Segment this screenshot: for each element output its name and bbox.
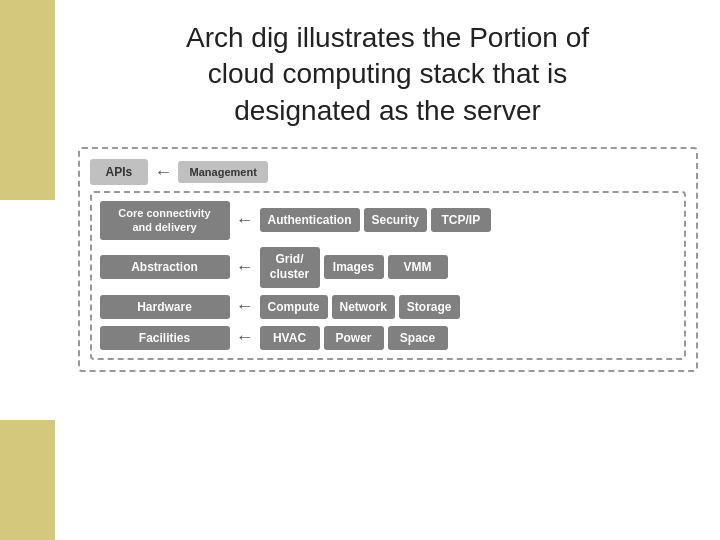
row-3: Hardware ← Compute Network Storage <box>100 295 676 319</box>
core-connectivity-box: Core connectivityand delivery <box>100 201 230 240</box>
page-title: Arch dig illustrates the Portion of clou… <box>75 20 700 129</box>
abstraction-box: Abstraction <box>100 255 230 279</box>
row-3-right: Compute Network Storage <box>260 295 676 319</box>
vmm-box: VMM <box>388 255 448 279</box>
diagram: APIs ← Management Core connectivityand d… <box>78 147 698 372</box>
top-row: APIs ← Management <box>90 159 686 185</box>
deco-top-left <box>0 0 55 200</box>
top-arrow: ← <box>154 162 172 183</box>
power-box: Power <box>324 326 384 350</box>
storage-box: Storage <box>399 295 460 319</box>
row-2-right: Grid/cluster Images VMM <box>260 247 676 288</box>
grid-cluster-box: Grid/cluster <box>260 247 320 288</box>
security-box: Security <box>364 208 427 232</box>
apis-box: APIs <box>90 159 149 185</box>
row-2-left: Abstraction <box>100 255 230 279</box>
row-4: Facilities ← HVAC Power Space <box>100 326 676 350</box>
row-4-arrow: ← <box>236 327 254 348</box>
management-box: Management <box>178 161 268 183</box>
row-2: Abstraction ← Grid/cluster Images VMM <box>100 247 676 288</box>
row-4-left: Facilities <box>100 326 230 350</box>
main-content: Arch dig illustrates the Portion of clou… <box>55 0 720 540</box>
space-box: Space <box>388 326 448 350</box>
row-1: Core connectivityand delivery ← Authenti… <box>100 201 676 240</box>
row-3-left: Hardware <box>100 295 230 319</box>
facilities-box: Facilities <box>100 326 230 350</box>
deco-bottom-left <box>0 420 55 540</box>
network-box: Network <box>332 295 395 319</box>
row-4-right: HVAC Power Space <box>260 326 676 350</box>
images-box: Images <box>324 255 384 279</box>
row-1-right: Authentication Security TCP/IP <box>260 208 676 232</box>
row-1-arrow: ← <box>236 210 254 231</box>
compute-box: Compute <box>260 295 328 319</box>
authentication-box: Authentication <box>260 208 360 232</box>
hardware-box: Hardware <box>100 295 230 319</box>
inner-dashed-section: Core connectivityand delivery ← Authenti… <box>90 191 686 360</box>
row-3-arrow: ← <box>236 296 254 317</box>
row-1-left: Core connectivityand delivery <box>100 201 230 240</box>
hvac-box: HVAC <box>260 326 320 350</box>
row-2-arrow: ← <box>236 257 254 278</box>
tcpip-box: TCP/IP <box>431 208 491 232</box>
